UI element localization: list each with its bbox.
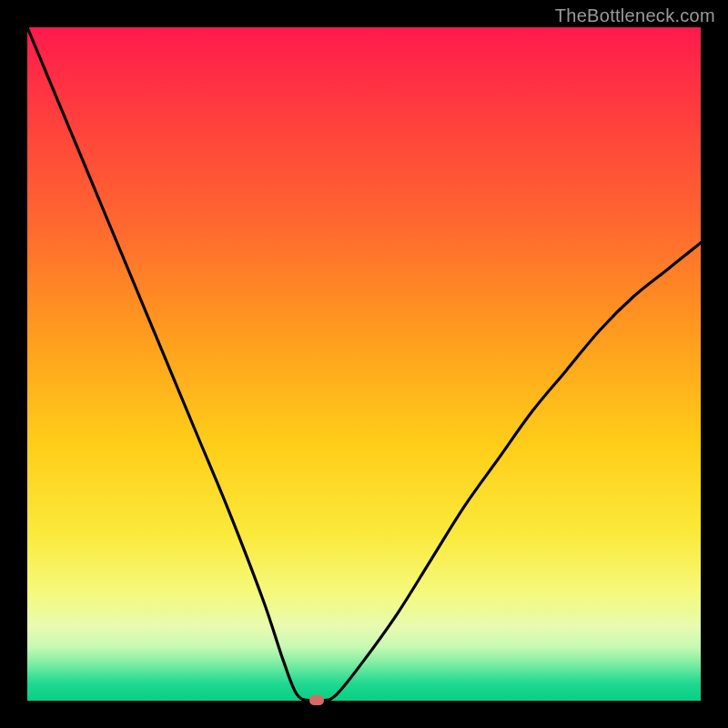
optimal-point-marker bbox=[309, 695, 324, 705]
watermark-text: TheBottleneck.com bbox=[555, 5, 715, 26]
bottleneck-curve bbox=[27, 27, 701, 701]
chart-plot-area bbox=[27, 27, 701, 701]
chart-frame: TheBottleneck.com bbox=[0, 0, 728, 728]
